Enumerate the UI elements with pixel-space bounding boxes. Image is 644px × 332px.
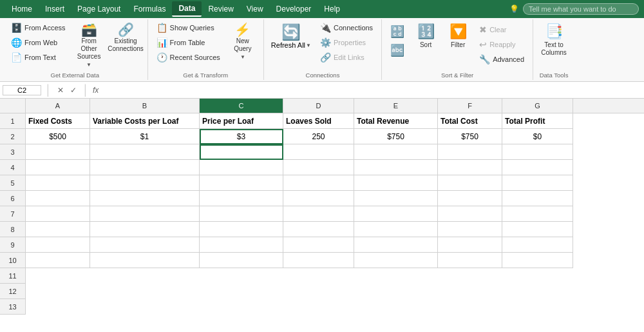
cell-a9[interactable]	[26, 237, 90, 253]
cell-b6[interactable]	[90, 191, 200, 206]
cell-g1[interactable]: Total Profit	[502, 113, 573, 129]
existing-connections-button[interactable]: 🔗 Existing Connections	[108, 21, 144, 55]
cell-b8[interactable]	[90, 222, 200, 237]
cell-c10[interactable]	[200, 253, 283, 268]
cell-g7[interactable]	[502, 206, 573, 222]
cell-d8[interactable]	[283, 222, 354, 237]
row-header-8[interactable]: 8	[0, 222, 26, 237]
cell-g5[interactable]	[502, 175, 573, 191]
reapply-button[interactable]: ↩ Reapply	[475, 37, 529, 52]
cell-d4[interactable]	[283, 160, 354, 175]
sort-az-button[interactable]: 🔡	[386, 23, 409, 41]
cell-d3[interactable]	[283, 144, 354, 160]
cell-c5[interactable]	[200, 175, 283, 191]
cell-e10[interactable]	[354, 253, 438, 268]
cell-d7[interactable]	[283, 206, 354, 222]
cell-f6[interactable]	[438, 191, 502, 206]
cell-g2[interactable]: $0	[502, 129, 573, 144]
cell-b5[interactable]	[90, 175, 200, 191]
cell-f7[interactable]	[438, 206, 502, 222]
tab-formulas[interactable]: Formulas	[127, 2, 172, 16]
row-header-2[interactable]: 2	[0, 129, 26, 144]
col-header-c[interactable]: C	[200, 99, 283, 113]
cell-g4[interactable]	[502, 160, 573, 175]
from-access-button[interactable]: 🗄️ From Access	[6, 21, 70, 35]
cell-e6[interactable]	[354, 191, 438, 206]
tab-page-layout[interactable]: Page Layout	[71, 2, 127, 16]
col-header-b[interactable]: B	[90, 99, 200, 113]
cell-a10[interactable]	[26, 253, 90, 268]
advanced-button[interactable]: 🔧 Advanced	[475, 52, 529, 66]
row-header-10[interactable]: 10	[0, 253, 26, 268]
confirm-formula-icon[interactable]: ✓	[68, 85, 79, 95]
cell-e8[interactable]	[354, 222, 438, 237]
cell-c1[interactable]: Price per Loaf	[200, 113, 283, 129]
cell-d9[interactable]	[283, 237, 354, 253]
tab-data[interactable]: Data	[172, 1, 202, 17]
row-header-3[interactable]: 3	[0, 144, 26, 160]
recent-sources-button[interactable]: 🕐 Recent Sources	[152, 50, 225, 64]
cell-e4[interactable]	[354, 160, 438, 175]
cell-b9[interactable]	[90, 237, 200, 253]
cell-f2[interactable]: $750	[438, 129, 502, 144]
cell-a6[interactable]	[26, 191, 90, 206]
cell-d1[interactable]: Loaves Sold	[283, 113, 354, 129]
cell-c6[interactable]	[200, 191, 283, 206]
from-text-button[interactable]: 📄 From Text	[6, 50, 70, 64]
tab-developer[interactable]: Developer	[270, 2, 318, 16]
cell-e9[interactable]	[354, 237, 438, 253]
row-header-11[interactable]: 11	[0, 268, 26, 284]
cell-g10[interactable]	[502, 253, 573, 268]
refresh-all-button[interactable]: 🔄 Refresh All ▼	[268, 21, 314, 52]
cell-c3[interactable]	[200, 144, 283, 160]
cell-e5[interactable]	[354, 175, 438, 191]
properties-button[interactable]: ⚙️ Properties	[316, 35, 377, 50]
cell-b1[interactable]: Variable Costs per Loaf	[90, 113, 200, 129]
tab-review[interactable]: Review	[202, 2, 240, 16]
cell-b2[interactable]: $1	[90, 129, 200, 144]
cell-a1[interactable]: Fixed Costs	[26, 113, 90, 129]
cell-a4[interactable]	[26, 160, 90, 175]
cell-d2[interactable]: 250	[283, 129, 354, 144]
row-header-9[interactable]: 9	[0, 237, 26, 253]
cell-d10[interactable]	[283, 253, 354, 268]
cell-e2[interactable]: $750	[354, 129, 438, 144]
cell-e1[interactable]: Total Revenue	[354, 113, 438, 129]
sort-za-button[interactable]: 🔤	[386, 41, 409, 59]
from-other-sources-button[interactable]: 🗃️ From Other Sources ▼	[71, 21, 107, 70]
tell-me-input[interactable]	[523, 3, 639, 15]
cell-c9[interactable]	[200, 237, 283, 253]
row-header-12[interactable]: 12	[0, 284, 26, 299]
cell-a2[interactable]: $500	[26, 129, 90, 144]
cell-b7[interactable]	[90, 206, 200, 222]
row-header-5[interactable]: 5	[0, 175, 26, 191]
col-header-f[interactable]: F	[438, 99, 502, 113]
tab-help[interactable]: Help	[317, 2, 346, 16]
cell-c4[interactable]	[200, 160, 283, 175]
cell-f9[interactable]	[438, 237, 502, 253]
cell-g3[interactable]	[502, 144, 573, 160]
text-to-columns-button[interactable]: 📑 Text to Columns	[537, 21, 571, 59]
sort-button[interactable]: 🔢 Sort	[410, 21, 441, 52]
connections-button[interactable]: 🔌 Connections	[316, 21, 377, 35]
row-header-7[interactable]: 7	[0, 206, 26, 222]
show-queries-button[interactable]: 📋 Show Queries	[152, 21, 219, 35]
tab-view[interactable]: View	[240, 2, 270, 16]
col-header-g[interactable]: G	[502, 99, 573, 113]
cell-a7[interactable]	[26, 206, 90, 222]
cancel-formula-icon[interactable]: ✕	[55, 85, 66, 95]
from-web-button[interactable]: 🌐 From Web	[6, 35, 70, 50]
cell-f10[interactable]	[438, 253, 502, 268]
cell-f1[interactable]: Total Cost	[438, 113, 502, 129]
cell-a5[interactable]	[26, 175, 90, 191]
cell-e3[interactable]	[354, 144, 438, 160]
formula-input[interactable]	[101, 86, 641, 95]
col-header-d[interactable]: D	[283, 99, 354, 113]
cell-d5[interactable]	[283, 175, 354, 191]
cell-c2[interactable]: $3	[200, 129, 283, 144]
cell-b10[interactable]	[90, 253, 200, 268]
edit-links-button[interactable]: 🔗 Edit Links	[316, 50, 377, 64]
name-box[interactable]	[3, 85, 41, 95]
cell-c7[interactable]	[200, 206, 283, 222]
clear-button[interactable]: ✖ Clear	[475, 23, 529, 37]
